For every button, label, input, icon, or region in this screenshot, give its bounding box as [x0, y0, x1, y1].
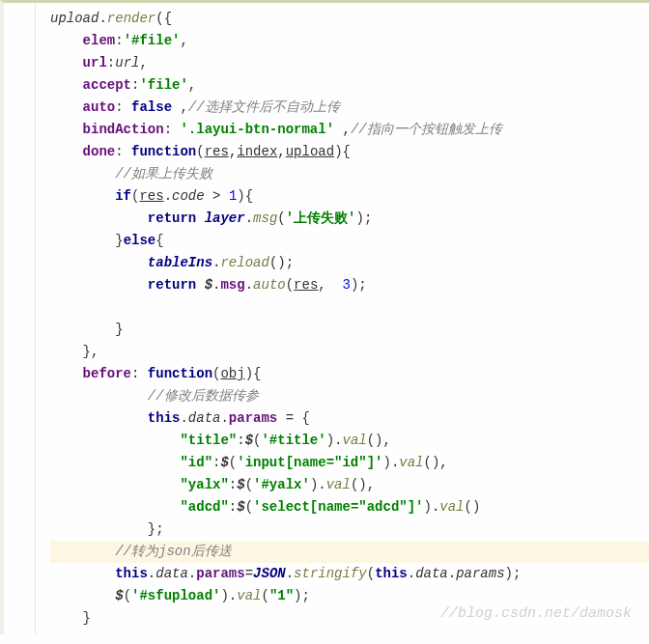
identifier: $ — [205, 277, 212, 293]
keyword: this — [115, 566, 148, 581]
code-line: }, — [50, 341, 649, 363]
keyword: else — [124, 233, 156, 248]
string-literal: "yalx" — [180, 477, 228, 492]
code-editor: upload.render({ elem:'#file', url:url, a… — [0, 0, 649, 634]
string-literal: "adcd" — [180, 499, 228, 515]
string-literal: '#title' — [261, 433, 325, 448]
method-call: auto — [253, 277, 286, 293]
method-call: reload — [220, 255, 268, 270]
code-line: return layer.msg('上传失败'); — [50, 208, 649, 230]
code-line: return $.msg.auto(res, 3); — [50, 274, 649, 296]
comment: //修改后数据传参 — [148, 388, 259, 404]
string-literal: "id" — [180, 455, 212, 470]
comment: //指向一个按钮触发上传 — [351, 122, 502, 137]
code-line: }else{ — [50, 230, 649, 252]
code-line-highlighted: //转为json后传送 — [50, 541, 649, 563]
number-literal: 3 — [343, 277, 351, 293]
code-line: "id":$('input[name="id"]').val(), — [50, 452, 649, 474]
method-call: val — [439, 499, 464, 515]
identifier: url — [115, 55, 139, 70]
comment: //选择文件后不自动上传 — [188, 99, 340, 115]
code-line: done: function(res,index,upload){ — [50, 141, 649, 163]
method-call: val — [326, 477, 351, 492]
keyword: this — [375, 566, 408, 581]
keyword: return — [148, 277, 196, 293]
code-line: auto: false ,//选择文件后不自动上传 — [50, 97, 649, 119]
code-line: } — [50, 319, 649, 341]
property: bindAction — [83, 122, 164, 137]
keyword: this — [148, 410, 181, 426]
method-call: val — [399, 455, 423, 470]
string-literal: '#yalx' — [253, 477, 310, 492]
code-line: upload.render({ — [50, 8, 649, 30]
parameter: index — [237, 144, 277, 159]
gutter — [4, 3, 36, 634]
string-literal: '#file' — [124, 33, 181, 48]
identifier: $ — [220, 455, 228, 470]
code-line: tableIns.reload(); — [50, 252, 649, 274]
code-line: "yalx":$('#yalx').val(), — [50, 474, 649, 496]
code-line: }; — [50, 518, 649, 541]
code-line: "adcd":$('select[name="adcd"]').val() — [50, 496, 649, 518]
parameter: res — [205, 144, 229, 159]
code-line: if(res.code > 1){ — [50, 185, 649, 208]
keyword: function — [131, 144, 196, 159]
string-literal: 'input[name="id"]' — [237, 455, 382, 470]
code-line: bindAction: '.layui-btn-normal' ,//指向一个按… — [50, 119, 649, 141]
identifier: res — [294, 277, 318, 293]
code-line: accept:'file', — [50, 74, 649, 97]
string-literal: 'file' — [139, 77, 187, 93]
code-line: "title":$('#title').val(), — [50, 430, 649, 452]
string-literal: "title" — [180, 433, 237, 448]
identifier: data — [415, 566, 448, 581]
comment: //转为json后传送 — [115, 544, 231, 559]
string-literal: '#sfupload' — [131, 588, 220, 603]
property: done — [83, 144, 116, 159]
keyword: false — [131, 99, 172, 115]
code-line: url:url, — [50, 52, 649, 74]
code-line: //如果上传失败 — [50, 163, 649, 185]
method-call: val — [342, 433, 366, 448]
identifier: data — [188, 410, 221, 426]
code-line — [50, 296, 649, 319]
method-call: msg — [253, 210, 277, 226]
identifier: $ — [115, 588, 123, 603]
keyword: return — [148, 210, 196, 226]
identifier: tableIns — [148, 255, 212, 270]
keyword: function — [148, 366, 212, 381]
code-line: elem:'#file', — [50, 30, 649, 52]
property: auto — [83, 99, 116, 115]
identifier: code — [172, 188, 205, 204]
identifier: JSON — [253, 566, 286, 581]
method-call: stringify — [294, 566, 367, 581]
property: params — [229, 410, 277, 426]
property: url — [83, 55, 107, 70]
string-literal: '.layui-btn-normal' — [180, 122, 334, 137]
identifier: $ — [237, 499, 244, 515]
property: msg — [220, 277, 244, 293]
code-line: this.data.params = { — [50, 407, 649, 430]
identifier: $ — [245, 433, 253, 448]
parameter: upload — [286, 144, 334, 159]
code-line: before: function(obj){ — [50, 363, 649, 385]
watermark: //blog.csdn.net/damosk — [440, 602, 632, 625]
property: accept — [83, 77, 131, 93]
property: params — [196, 566, 244, 581]
identifier: params — [456, 566, 504, 581]
code-line: //修改后数据传参 — [50, 385, 649, 407]
string-literal: 'select[name="adcd"]' — [253, 499, 423, 515]
property: before — [83, 366, 131, 381]
identifier: upload — [50, 11, 99, 26]
parameter: obj — [220, 366, 244, 381]
identifier: $ — [237, 477, 244, 492]
method-call: render — [107, 11, 155, 26]
string-literal: "1" — [269, 588, 294, 603]
keyword: if — [115, 188, 131, 204]
string-literal: '上传失败' — [286, 210, 356, 226]
identifier: res — [139, 188, 163, 204]
identifier: data — [155, 566, 188, 581]
code-line: this.data.params=JSON.stringify(this.dat… — [50, 563, 649, 585]
identifier: layer — [205, 210, 245, 226]
method-call: val — [237, 588, 261, 603]
property: elem — [83, 33, 116, 48]
